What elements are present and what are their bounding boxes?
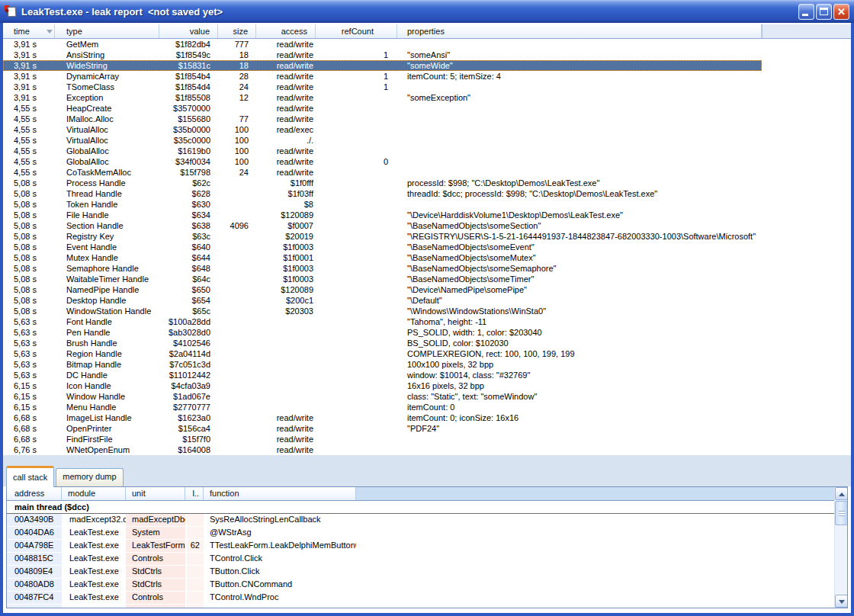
maximize-button[interactable]: [816, 4, 832, 20]
table-row[interactable]: 5,08 sNamedPipe Handle$650$120089"\Devic…: [3, 284, 762, 295]
close-button[interactable]: ✕: [833, 4, 849, 20]
stack-frame-row[interactable]: 00487FC4LeakTest.exeControlsTControl.Wnd…: [7, 592, 834, 605]
stack-frame-row[interactable]: 0048815CLeakTest.exeControlsTControl.Cli…: [7, 553, 834, 566]
table-row[interactable]: 3,91 sWideString$15831c18read/write"some…: [3, 60, 762, 71]
table-row[interactable]: 5,08 sDesktop Handle$654$200c1"\Default": [3, 295, 762, 306]
table-row[interactable]: 5,63 sPen Handle$ab3028d0PS_SOLID, width…: [3, 327, 762, 338]
table-row[interactable]: 3,91 sTSomeClass$1f854d424read/write1: [3, 82, 762, 92]
column-header-size[interactable]: size: [218, 24, 256, 38]
column-header-refcount[interactable]: refCount: [316, 24, 397, 38]
table-row[interactable]: 6,68 sOpenPrinter$156ca4read/write"PDF24…: [3, 423, 762, 434]
table-row[interactable]: 3,91 sDynamicArray$1f854b428read/write1i…: [3, 71, 762, 82]
table-row[interactable]: 5,08 sFile Handle$634$120089"\Device\Har…: [3, 210, 762, 220]
call-stack-scrollbar[interactable]: [834, 487, 847, 608]
table-row[interactable]: 3,91 sGetMem$1f82db4777read/write: [3, 39, 762, 50]
column-header-address[interactable]: address: [7, 487, 62, 500]
table-row[interactable]: 5,63 sFont Handle$100a28dd"Tahoma", heig…: [3, 316, 762, 327]
table-row[interactable]: 4,55 sVirtualAlloc$35b0000100read/exec: [3, 124, 762, 135]
table-row[interactable]: 4,55 sVirtualAlloc$35c0000100./.: [3, 135, 762, 146]
thread-group-header[interactable]: main thread ($dcc): [7, 501, 834, 514]
column-header-function[interactable]: function: [204, 487, 356, 500]
table-row[interactable]: 5,63 sDC Handle$11012442window: $10014, …: [3, 370, 762, 380]
table-row[interactable]: 5,08 sRegistry Key$63c$20019"\REGISTRY\U…: [3, 231, 762, 242]
minimize-button[interactable]: [798, 4, 814, 20]
cell-size: [218, 188, 256, 199]
cell-type: VirtualAlloc: [55, 135, 159, 146]
cell-props: PS_SOLID, width: 1, color: $203040: [397, 327, 762, 338]
cell-value: $650: [159, 284, 218, 295]
table-row[interactable]: 5,08 sToken Handle$630$8: [3, 199, 762, 210]
table-row[interactable]: 6,68 sImageList Handle$1623a0read/writei…: [3, 412, 762, 423]
table-row[interactable]: 5,08 sSemaphore Handle$648$1f0003"\BaseN…: [3, 263, 762, 274]
cell-size: [218, 434, 256, 444]
cell-ref: [316, 178, 397, 188]
cell-value: $15f7f0: [159, 434, 218, 444]
cell-ref: [316, 359, 397, 370]
cell-props: processId: $998; "C:\Desktop\Demos\LeakT…: [397, 178, 762, 188]
scrollbar-thumb[interactable]: [835, 501, 848, 525]
cell-size: [218, 178, 256, 188]
stack-frame-row[interactable]: [7, 605, 834, 608]
table-row[interactable]: 5,08 sSection Handle$6384096$f0007"\Base…: [3, 220, 762, 231]
cell-size: [218, 242, 256, 252]
table-row[interactable]: 5,08 sWindowStation Handle$65c$20303"\Wi…: [3, 306, 762, 316]
call-stack-header-filler: [356, 487, 834, 501]
cell-ref: [316, 124, 397, 135]
table-row[interactable]: 6,76 sWNetOpenEnum$164008read/write: [3, 444, 762, 455]
table-row[interactable]: 5,08 sThread Handle$628$1f03ffthreadId: …: [3, 188, 762, 199]
stack-frame-row[interactable]: 004809E4LeakTest.exeStdCtrlsTButton.Clic…: [7, 566, 834, 579]
column-header-value[interactable]: value: [159, 24, 218, 38]
titlebar[interactable]: LeakTest.exe - leak report <not saved ye…: [0, 0, 854, 23]
cell-function: TTestLeakForm.LeakDelphiMemButtonClick: [204, 540, 356, 552]
cell-size: [218, 274, 256, 284]
column-header-properties[interactable]: properties: [397, 24, 762, 38]
table-row[interactable]: 3,91 sException$1f8550812read/write"some…: [3, 92, 762, 103]
cell-time: 4,55 s: [3, 167, 55, 178]
column-header-line[interactable]: l..: [185, 487, 204, 500]
table-row[interactable]: 4,55 sIMalloc.Alloc$15568077read/write: [3, 114, 762, 124]
table-row[interactable]: 4,55 sGlobalAlloc$1619b0100read/write: [3, 146, 762, 156]
cell-type: Process Handle: [55, 178, 159, 188]
cell-type: VirtualAlloc: [55, 124, 159, 135]
stack-frame-row[interactable]: 00A3490BmadExcept32.dllmadExceptDbgSysRe…: [7, 514, 834, 527]
window-title: LeakTest.exe - leak report <not saved ye…: [21, 6, 798, 18]
column-header-module[interactable]: module: [62, 487, 126, 500]
stack-frame-row[interactable]: 004A798ELeakTest.exeLeakTestForm62TTestL…: [7, 540, 834, 553]
column-header-type[interactable]: type: [55, 24, 159, 38]
table-row[interactable]: 6,15 sMenu Handle$2770777itemCount: 0: [3, 402, 762, 412]
table-row[interactable]: 5,08 sMutex Handle$644$1f0001"\BaseNamed…: [3, 252, 762, 263]
table-row[interactable]: 4,55 sCoTaskMemAlloc$15f79824read/write: [3, 167, 762, 178]
cell-value: $1f854d4: [159, 82, 218, 92]
cell-value: $4102546: [159, 338, 218, 348]
table-row[interactable]: 3,91 sAnsiString$1f8549c18read/write1"so…: [3, 50, 762, 60]
column-header-access[interactable]: access: [256, 24, 316, 38]
column-header-unit[interactable]: unit: [126, 487, 185, 500]
cell-line: [187, 527, 204, 539]
table-row[interactable]: 5,08 sProcess Handle$62c$1f0fffprocessId…: [3, 178, 762, 188]
table-row[interactable]: 4,55 sHeapCreate$3570000read/write: [3, 103, 762, 114]
main-table-body: 3,91 sGetMem$1f82db4777read/write3,91 sA…: [3, 39, 851, 455]
cell-props: itemCount: 0; iconSize: 16x16: [397, 412, 762, 423]
table-row[interactable]: 6,15 sWindow Handle$1ad067eclass: "Stati…: [3, 391, 762, 402]
cell-time: 5,63 s: [3, 338, 55, 348]
stack-frame-row[interactable]: 00404DA6LeakTest.exeSystem@WStrAsg: [7, 527, 834, 540]
cell-value: $155680: [159, 114, 218, 124]
tab-call-stack[interactable]: call stack: [6, 466, 54, 487]
tab-memory-dump[interactable]: memory dump: [56, 468, 123, 486]
table-row[interactable]: 4,55 sGlobalAlloc$34f0034100read/write0: [3, 156, 762, 167]
cell-type: WindowStation Handle: [55, 306, 159, 316]
table-row[interactable]: 5,63 sBitmap Handle$7c051c3d100x100 pixe…: [3, 359, 762, 370]
table-row[interactable]: 5,63 sRegion Handle$2a04114dCOMPLEXREGIO…: [3, 348, 762, 359]
cell-value: $15f798: [159, 167, 218, 178]
table-row[interactable]: 6,15 sIcon Handle$4cfa03a916x16 pixels, …: [3, 380, 762, 391]
table-row[interactable]: 5,08 sWaitableTimer Handle$64c$1f0003"\B…: [3, 274, 762, 284]
table-row[interactable]: 6,68 sFindFirstFile$15f7f0read/write: [3, 434, 762, 444]
column-header-time[interactable]: time: [3, 24, 55, 38]
scroll-up-button[interactable]: [835, 487, 848, 500]
scroll-down-button[interactable]: [835, 595, 848, 608]
cell-time: 5,08 s: [3, 274, 55, 284]
table-row[interactable]: 5,63 sBrush Handle$4102546BS_SOLID, colo…: [3, 338, 762, 348]
stack-frame-row[interactable]: 00480AD8LeakTest.exeStdCtrlsTButton.CNCo…: [7, 579, 834, 592]
splitter-zone[interactable]: call stack memory dump: [3, 455, 851, 486]
table-row[interactable]: 5,08 sEvent Handle$640$1f0003"\BaseNamed…: [3, 242, 762, 252]
